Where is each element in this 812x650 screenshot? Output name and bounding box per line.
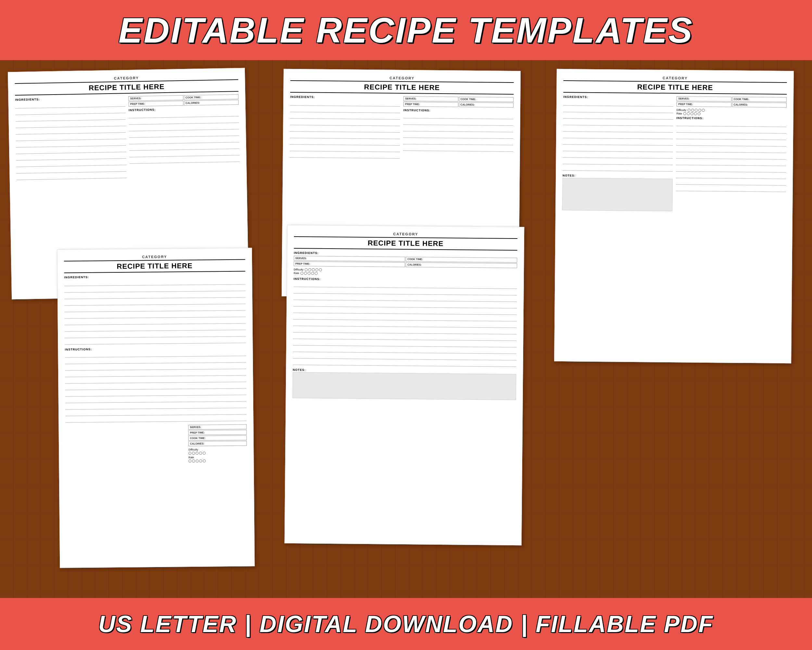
instruction-line (65, 357, 246, 364)
card3-cook-time: COOK TIME: (732, 97, 787, 102)
circle[interactable] (690, 112, 693, 115)
card3-difficulty-label: Difficulty (676, 109, 686, 112)
card3-ingredient-lines (563, 100, 673, 171)
circle[interactable] (301, 272, 303, 275)
card4-cook-time: COOK TIME: (188, 436, 247, 441)
circle[interactable] (695, 109, 698, 112)
circle[interactable] (312, 268, 315, 271)
ingredient-line (290, 152, 400, 159)
card5-serves: SERVES: (294, 256, 405, 262)
card1-instructions: INSTRUCTIONS: (129, 107, 240, 164)
card1-title: RECIPE TITLE HERE (15, 81, 238, 93)
card1-meta-grid: SERVES: COOK TIME: PREP TIME: CALORIES: (128, 94, 239, 107)
circle[interactable] (308, 268, 311, 271)
circle[interactable] (687, 112, 690, 115)
circle[interactable] (315, 272, 317, 275)
card3-rate-circles (683, 112, 701, 115)
card5-rate-label: Rate (294, 272, 299, 275)
circle[interactable] (683, 112, 686, 115)
circle[interactable] (694, 112, 697, 115)
card3-difficulty-rate: Difficulty Rate (676, 109, 787, 116)
card3-rate-row: Rate (676, 112, 787, 116)
ingredient-line (563, 139, 673, 145)
instruction-line (65, 396, 247, 403)
circle[interactable] (688, 109, 690, 112)
ingredient-line (16, 172, 126, 180)
instruction-line (676, 185, 786, 192)
instruction-line (65, 363, 246, 371)
circle[interactable] (199, 452, 202, 455)
circle[interactable] (698, 109, 701, 112)
card4-difficulty-label: Difficulty (188, 448, 198, 451)
card1-ingredient-lines (15, 101, 127, 180)
card4-difficulty-rate: Difficulty Rate (188, 448, 247, 463)
instruction-line (676, 159, 786, 166)
card5-notes-section: NOTES: (293, 368, 516, 400)
card4-rate-label: Rate (188, 456, 194, 459)
card4-ingredients-section: INGREDIENTS: (64, 274, 246, 345)
circle[interactable] (199, 460, 202, 462)
card5-prep-time: PREP TIME: (294, 261, 405, 267)
card1-body: INGREDIENTS: SERV (15, 94, 240, 181)
instruction-line (65, 402, 247, 410)
card3-prep-time: PREP TIME: (676, 102, 731, 107)
instruction-line (65, 409, 247, 416)
circle[interactable] (308, 272, 310, 275)
card2-instructions: INSTRUCTIONS: (403, 109, 513, 152)
card2-ingredients-label: INGREDIENTS: (290, 95, 400, 99)
card3-category: CATEGORY (563, 75, 787, 81)
circle[interactable] (188, 460, 191, 462)
circle[interactable] (315, 268, 318, 271)
card4-difficulty-circles (188, 451, 247, 455)
ingredient-line (290, 100, 400, 107)
card3-calories: CALORIES: (732, 102, 787, 107)
recipe-card-5: CATEGORY RECIPE TITLE HERE INGREDIENTS: … (284, 225, 525, 545)
circle[interactable] (691, 109, 694, 112)
card2-title: RECIPE TITLE HERE (290, 82, 513, 93)
circle[interactable] (192, 460, 195, 462)
circle[interactable] (702, 109, 705, 112)
ingredient-line (64, 311, 246, 319)
instruction-line (65, 383, 246, 390)
ingredient-line (64, 298, 246, 306)
card5-body: INGREDIENTS: SERVES: COOK TIME: PREP TIM… (293, 251, 517, 400)
circle[interactable] (192, 452, 195, 455)
ingredient-line (65, 331, 246, 338)
card1-right-col: SERVES: COOK TIME: PREP TIME: CALORIES: … (128, 94, 240, 179)
card5-instructions: INSTRUCTIONS: (293, 277, 517, 367)
card1-ingredients-label: INGREDIENTS: (15, 96, 125, 101)
instruction-line (676, 146, 786, 153)
circle[interactable] (203, 452, 206, 455)
ingredient-line (64, 305, 246, 312)
card4-rate-row: Rate (188, 456, 247, 459)
ingredient-line (563, 126, 673, 133)
circle[interactable] (698, 112, 701, 115)
card5-difficulty-label: Difficulty (294, 268, 303, 271)
circle[interactable] (319, 268, 322, 271)
card2-category: CATEGORY (290, 75, 514, 81)
header: EDITABLE RECIPE TEMPLATES (0, 0, 812, 60)
circle[interactable] (304, 272, 307, 275)
card5-difficulty-rate: Difficulty Rate (294, 268, 517, 277)
card1-calories: CALORIES: (184, 100, 239, 106)
circle[interactable] (305, 268, 308, 271)
instruction-line (676, 153, 786, 159)
ingredient-line (563, 152, 673, 159)
ingredient-line (563, 113, 673, 119)
circle[interactable] (203, 460, 206, 462)
instruction-line (65, 370, 246, 377)
card4-prep-time: PREP TIME: (188, 430, 247, 436)
instruction-line (65, 389, 247, 397)
circle[interactable] (195, 460, 198, 462)
circle[interactable] (311, 272, 314, 275)
circle[interactable] (188, 452, 191, 455)
card1-cook-time: COOK TIME: (184, 94, 239, 100)
instruction-line (676, 179, 786, 185)
ingredient-line (563, 165, 673, 171)
card2-cook-time: COOK TIME: (459, 97, 514, 102)
ingredient-line (563, 119, 673, 126)
circle[interactable] (195, 452, 198, 455)
card3-serves: SERVES: (676, 96, 731, 101)
ingredient-line (563, 100, 673, 107)
card1-prep-time: PREP TIME: (129, 101, 183, 107)
